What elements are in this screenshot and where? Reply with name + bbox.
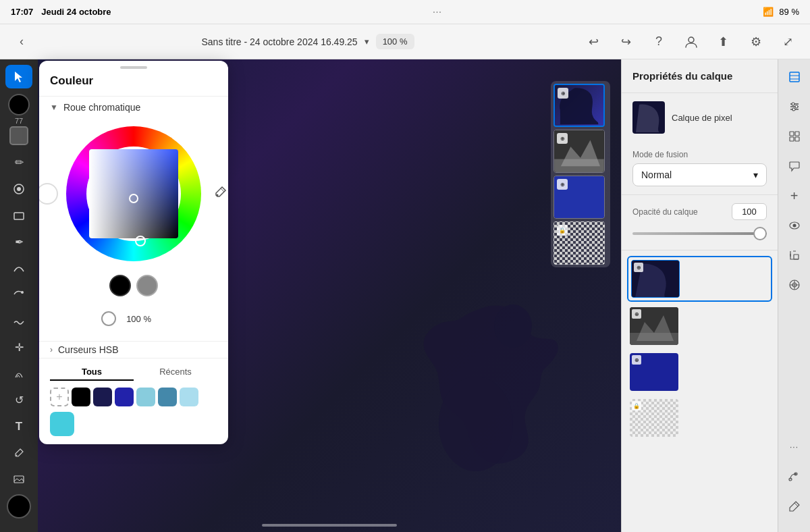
svg-rect-31 bbox=[794, 255, 799, 259]
swatch-lightblue[interactable] bbox=[136, 388, 155, 406]
layer-1-thumb[interactable]: ⊕ bbox=[631, 260, 680, 298]
wave-tool-button[interactable] bbox=[5, 309, 32, 333]
add-rail-button[interactable]: + bbox=[782, 184, 807, 208]
pen-bottom-rail-button[interactable] bbox=[782, 494, 807, 518]
canvas-scrollbar[interactable] bbox=[262, 524, 397, 527]
select-tool-button[interactable] bbox=[5, 65, 32, 88]
layer-thumb-1[interactable]: ⊕ bbox=[554, 84, 605, 127]
fullscreen-button[interactable]: ⤢ bbox=[778, 31, 799, 53]
swatch-paleblue[interactable] bbox=[180, 388, 198, 406]
svg-point-23 bbox=[795, 105, 798, 108]
foreground-color[interactable] bbox=[8, 94, 30, 115]
svg-rect-27 bbox=[790, 137, 794, 141]
undo-button[interactable]: ↩ bbox=[583, 31, 605, 53]
svg-point-4 bbox=[21, 291, 24, 294]
transform-tool-button[interactable]: ✛ bbox=[5, 336, 32, 359]
svg-rect-25 bbox=[790, 132, 794, 136]
visibility-rail-button[interactable] bbox=[782, 213, 807, 238]
opacity-value: 77 bbox=[15, 117, 23, 125]
svg-point-12 bbox=[217, 194, 219, 196]
palette-tab-tous[interactable]: Tous bbox=[50, 364, 134, 381]
swatch-black[interactable] bbox=[72, 388, 90, 406]
layer-4-thumb[interactable]: 🔒 bbox=[630, 399, 678, 437]
more-rail-button[interactable]: ··· bbox=[782, 435, 807, 459]
layer-row-3[interactable]: ⊕ bbox=[627, 350, 772, 394]
fusion-chevron: ▾ bbox=[753, 169, 758, 180]
layer-thumb-2[interactable]: ⊕ bbox=[554, 130, 605, 173]
fusion-label: Mode de fusion bbox=[632, 150, 767, 159]
layer-row-4[interactable]: 🔒 bbox=[627, 396, 772, 440]
user-button[interactable] bbox=[680, 31, 702, 53]
palette-tab-recents[interactable]: Récents bbox=[134, 364, 217, 381]
grid-rail-button[interactable] bbox=[782, 124, 807, 149]
erase-tool-button[interactable] bbox=[5, 203, 32, 227]
hsb-chevron: › bbox=[50, 345, 53, 354]
svg-rect-3 bbox=[14, 213, 24, 219]
layer-2-thumb[interactable]: ⊕ bbox=[630, 307, 678, 345]
symbol-rail-button[interactable] bbox=[782, 273, 807, 297]
wheel-section-title: Roue chromatique bbox=[63, 102, 140, 113]
svg-point-30 bbox=[792, 224, 796, 228]
svg-point-24 bbox=[792, 108, 795, 111]
layer-thumb-3[interactable]: ⊕ bbox=[554, 176, 605, 219]
swatch-midblue[interactable] bbox=[158, 388, 177, 406]
redo-button[interactable]: ↪ bbox=[616, 31, 637, 53]
settings-button[interactable]: ⚙ bbox=[745, 31, 767, 53]
palette-tabs: Tous Récents bbox=[50, 364, 217, 381]
layer-thumb-4[interactable]: 🔒 bbox=[554, 221, 605, 265]
bottom-color-circle[interactable] bbox=[7, 494, 31, 518]
help-button[interactable]: ? bbox=[648, 31, 670, 53]
layer-3-thumb[interactable]: ⊕ bbox=[630, 353, 678, 391]
bottom-swatch-row bbox=[50, 412, 217, 442]
connect-rail-button[interactable] bbox=[782, 464, 807, 489]
text-tool-button[interactable]: T bbox=[5, 415, 32, 439]
fx-tool-button[interactable] bbox=[5, 362, 32, 385]
zoom-button[interactable]: 100 % bbox=[376, 34, 414, 49]
opacity-slider[interactable] bbox=[632, 225, 767, 242]
pen-tool-button[interactable]: ✒ bbox=[5, 230, 32, 254]
comment-rail-button[interactable] bbox=[782, 154, 807, 178]
eyedropper-tool-button[interactable] bbox=[5, 442, 32, 465]
alpha-thumb[interactable] bbox=[101, 311, 116, 326]
opacity-input[interactable] bbox=[732, 203, 767, 220]
swatch-darkblue[interactable] bbox=[93, 388, 112, 406]
handle-bar bbox=[120, 66, 147, 69]
eyedropper-button[interactable] bbox=[209, 183, 228, 205]
swatch-cyan-large[interactable] bbox=[50, 412, 74, 436]
wheel-chevron: ▼ bbox=[50, 103, 58, 112]
fusion-dropdown[interactable]: Normal ▾ bbox=[632, 163, 767, 186]
layer-row-1[interactable]: ⊕ bbox=[627, 256, 772, 302]
background-color[interactable] bbox=[9, 126, 28, 145]
adjustments-rail-button[interactable] bbox=[782, 95, 807, 119]
opacity-thumb[interactable] bbox=[753, 227, 767, 240]
title-dropdown-button[interactable]: ▾ bbox=[364, 36, 369, 47]
image-tool-button[interactable] bbox=[5, 468, 32, 491]
color-preview-circle[interactable] bbox=[39, 183, 58, 205]
layers-rail-button[interactable] bbox=[782, 65, 807, 89]
square-cursor[interactable] bbox=[129, 194, 138, 203]
paint-tool-button[interactable]: ✏ bbox=[5, 151, 32, 174]
wheel-section-header[interactable]: ▼ Roue chromatique bbox=[39, 96, 228, 118]
panel-handle[interactable] bbox=[39, 61, 228, 74]
curve-tool-button[interactable] bbox=[5, 257, 32, 280]
secondary-color-swatch[interactable] bbox=[136, 275, 158, 296]
active-color-swatch[interactable] bbox=[109, 275, 131, 296]
color-wheel-wrapper[interactable] bbox=[66, 126, 201, 261]
history-tool-button[interactable]: ↺ bbox=[5, 388, 32, 412]
layer4-icon: 🔒 bbox=[632, 401, 641, 410]
layer-row-2[interactable]: ⊕ bbox=[627, 304, 772, 348]
fill-tool-button[interactable] bbox=[5, 177, 32, 201]
swatch-blue[interactable] bbox=[115, 388, 134, 406]
palette-colors: + bbox=[50, 388, 217, 412]
share-button[interactable]: ⬆ bbox=[713, 31, 734, 53]
color-square[interactable] bbox=[89, 149, 178, 238]
back-button[interactable]: ‹ bbox=[11, 31, 32, 53]
active-layer-thumbnail[interactable] bbox=[632, 101, 665, 134]
hsb-section-header[interactable]: › Curseurs HSB bbox=[39, 341, 228, 358]
ring-cursor[interactable] bbox=[135, 236, 146, 246]
right-side-rail: + ··· bbox=[778, 59, 810, 532]
node-tool-button[interactable] bbox=[5, 283, 32, 307]
toolbar: ‹ Sans titre - 24 octobre 2024 16.49.25 … bbox=[0, 24, 810, 59]
transform-rail-button[interactable] bbox=[782, 243, 807, 267]
add-swatch-button[interactable]: + bbox=[50, 388, 69, 406]
